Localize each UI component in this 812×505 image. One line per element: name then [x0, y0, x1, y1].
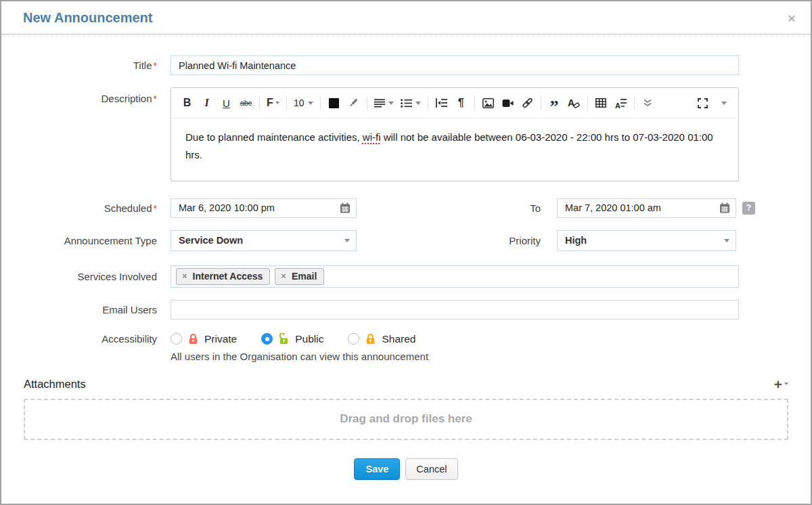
radio-button-selected[interactable] [261, 333, 273, 345]
outdent-button[interactable] [433, 95, 450, 111]
bullet-list-icon [401, 99, 412, 108]
calendar-icon[interactable] [340, 202, 351, 213]
more-tools-button[interactable] [639, 95, 656, 111]
misspelled-word: wi-fi [363, 131, 381, 143]
align-icon [374, 99, 385, 108]
strikethrough-button[interactable]: abc [238, 95, 254, 111]
pen-icon [348, 97, 359, 108]
title-row: Title* [1, 56, 811, 75]
radio-button[interactable] [348, 333, 359, 345]
to-label: To [530, 202, 557, 214]
paragraph-format-button[interactable]: ¶ [453, 95, 470, 111]
blockquote-button[interactable]: ” [546, 95, 563, 111]
editor-options-button[interactable] [714, 95, 731, 111]
services-involved-input[interactable]: × Internet Access × Email [171, 265, 739, 288]
priority-select[interactable]: High [557, 230, 736, 251]
tag-label: Email [292, 271, 317, 282]
chevron-down-icon [415, 102, 421, 105]
table-icon [595, 98, 606, 108]
insert-video-button[interactable] [499, 95, 516, 111]
title-input[interactable] [171, 56, 739, 75]
accessibility-option-shared[interactable]: Shared [348, 333, 415, 345]
svg-text:A: A [568, 97, 574, 108]
clear-formatting-button[interactable]: A [566, 95, 583, 111]
radio-button[interactable] [171, 333, 182, 345]
description-label: Description* [1, 87, 157, 104]
bold-button[interactable]: B [179, 95, 196, 111]
accessibility-label: Accessibility [1, 333, 157, 345]
fullscreen-icon [698, 98, 708, 108]
insert-link-button[interactable] [519, 95, 536, 111]
new-announcement-dialog: New Announcement × Title* Description* B… [1, 1, 811, 480]
priority-label: Priority [509, 235, 557, 246]
rich-text-editor: B I U abc F 10 [171, 87, 739, 181]
font-size-button[interactable]: 10 [292, 95, 315, 111]
clear-format-icon: A [568, 97, 580, 108]
page-title: New Announcement [23, 10, 788, 26]
accessibility-option-private[interactable]: Private [171, 333, 237, 345]
description-row: Description* B I U abc F 10 [1, 87, 811, 181]
close-icon[interactable]: × [788, 11, 796, 25]
save-button[interactable]: Save [354, 458, 400, 480]
text-color-button[interactable] [325, 95, 342, 111]
font-family-button[interactable]: F [265, 95, 281, 111]
scheduled-date-value: Mar 6, 2020 10:00 pm [179, 202, 340, 213]
dialog-header: New Announcement × [1, 1, 811, 35]
fullscreen-button[interactable] [694, 95, 711, 111]
remove-tag-icon[interactable]: × [281, 271, 286, 280]
toolbar-divider [428, 96, 428, 110]
file-dropzone[interactable]: Drag and drop files here [24, 399, 788, 440]
description-text: Due to planned maintenance activities, [185, 131, 363, 143]
announcement-type-select[interactable]: Service Down [171, 230, 357, 251]
outdent-icon [436, 98, 447, 108]
image-icon [482, 98, 494, 108]
chevron-down-icon [388, 102, 394, 105]
scheduled-row: Scheduled* Mar 6, 2020 10:00 pm To Mar 7… [1, 198, 811, 218]
chevron-down-icon [275, 102, 279, 104]
chevron-down-icon [344, 239, 350, 242]
title-label: Title* [1, 60, 157, 71]
add-attachment-button[interactable]: + [774, 377, 788, 391]
services-involved-label: Services Involved [1, 271, 157, 282]
scheduled-date-input[interactable]: Mar 6, 2020 10:00 pm [171, 198, 357, 218]
color-swatch-icon [329, 98, 339, 108]
scheduled-label: Scheduled* [1, 202, 157, 214]
accessibility-option-public[interactable]: Public [261, 333, 323, 345]
chevron-down-icon [724, 239, 729, 242]
line-height-icon: A [615, 98, 627, 108]
chevron-down-icon [784, 382, 788, 385]
service-tag: × Internet Access [176, 268, 270, 285]
toolbar-divider [320, 96, 321, 110]
video-camera-icon [502, 99, 514, 108]
calendar-icon[interactable] [719, 202, 730, 213]
align-button[interactable] [372, 95, 396, 111]
attachments-label: Attachments [24, 378, 86, 391]
lock-private-icon [187, 333, 199, 345]
option-label: Shared [382, 333, 415, 345]
accessibility-helper-text: All users in the Organisation can view t… [171, 351, 811, 362]
announcement-type-value: Service Down [179, 235, 341, 246]
line-height-button[interactable]: A [612, 95, 629, 111]
insert-table-button[interactable] [593, 95, 610, 111]
email-users-input[interactable] [171, 300, 739, 320]
to-date-input[interactable]: Mar 7, 2020 01:00 am [557, 198, 736, 218]
toolbar-divider [474, 96, 475, 110]
highlight-pen-button[interactable] [345, 95, 362, 111]
remove-tag-icon[interactable]: × [182, 271, 187, 280]
underline-button[interactable]: U [218, 95, 235, 111]
double-chevron-down-icon [643, 99, 652, 107]
chevron-down-icon [721, 102, 727, 105]
dropzone-text: Drag and drop files here [340, 412, 472, 426]
required-asterisk: * [154, 60, 157, 71]
help-icon[interactable]: ? [742, 202, 755, 215]
insert-image-button[interactable] [480, 95, 497, 111]
list-button[interactable] [399, 95, 423, 111]
description-editor-content[interactable]: Due to planned maintenance activities, w… [171, 118, 738, 181]
services-row: Services Involved × Internet Access × Em… [1, 265, 811, 288]
toolbar-divider [259, 96, 260, 110]
italic-button[interactable]: I [198, 95, 215, 111]
required-asterisk: * [154, 93, 157, 104]
required-asterisk: * [154, 203, 157, 214]
announcement-type-label: Announcement Type [1, 235, 157, 246]
cancel-button[interactable]: Cancel [405, 458, 457, 480]
